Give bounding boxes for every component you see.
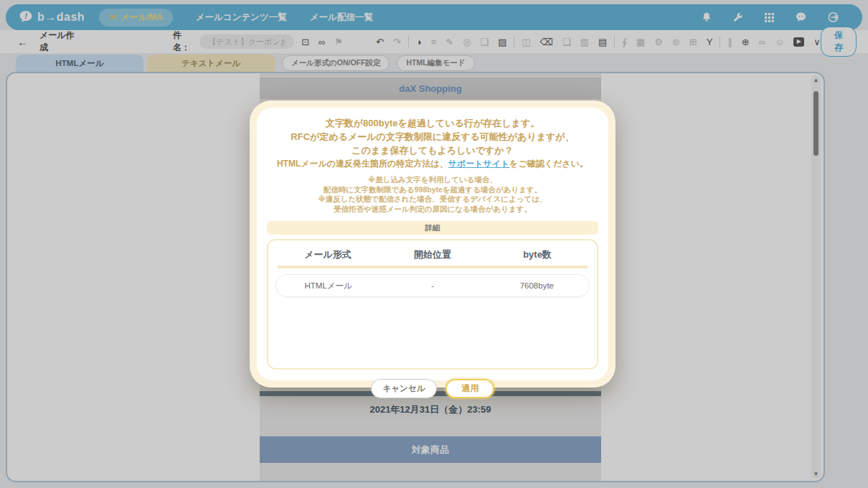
warning-notes: ※差し込み文字を利用している場合、 配信時に文字数制限である998byteを超過…	[257, 175, 608, 214]
support-sentence: HTMLメールの違反発生箇所の特定方法は、サポートサイトをご確認ください。	[257, 157, 608, 170]
apply-button[interactable]: 適用	[445, 379, 494, 398]
modal-body: 文字数が800byteを超過している行が存在します。 RFCが定めるメールの文字…	[257, 108, 608, 380]
table-row: HTMLメール - 7608byte	[275, 274, 590, 297]
app-root: ! b→dash ✉ メール/MA メールコンテンツ一覧 メール配信一覧	[0, 0, 868, 488]
col-header-mail-format: メール形式	[275, 248, 380, 261]
note-line-3: ※違反した状態で配信された場合、受信するデバイスによっては、	[257, 194, 608, 205]
byte-limit-warning-modal: 文字数が800byteを超過している行が存在します。 RFCが定めるメールの文字…	[250, 100, 615, 388]
warning-line-2: RFCが定めるメールの文字数制限に違反する可能性がありますが、	[257, 130, 608, 144]
support-sentence-suffix: をご確認ください。	[509, 159, 588, 169]
note-line-1: ※差し込み文字を利用している場合、	[257, 175, 608, 185]
col-header-start-position: 開始位置	[380, 248, 485, 261]
cancel-button[interactable]: キャンセル	[371, 379, 438, 398]
violation-table-header-row: メール形式 開始位置 byte数	[275, 245, 590, 265]
cell-mail-format: HTMLメール	[276, 281, 380, 291]
violation-table: メール形式 開始位置 byte数 HTMLメール - 7608byte	[267, 239, 598, 370]
col-header-byte-count: byte数	[485, 248, 590, 261]
support-sentence-prefix: HTMLメールの違反発生箇所の特定方法は、	[277, 159, 448, 169]
cell-byte-count: 7608byte	[485, 281, 589, 290]
cell-start-position: -	[380, 281, 484, 290]
note-line-4: 受信拒否や迷惑メール判定の原因になる場合があります。	[257, 205, 608, 215]
note-line-2: 配信時に文字数制限である998byteを超過する場合があります。	[257, 185, 608, 195]
table-header-underline	[277, 266, 588, 268]
support-site-link[interactable]: サポートサイト	[448, 159, 510, 169]
details-header: 詳細	[267, 221, 598, 235]
warning-line-3: このまま保存してもよろしいですか？	[257, 144, 608, 157]
warning-line-1: 文字数が800byteを超過している行が存在します。	[257, 116, 608, 130]
